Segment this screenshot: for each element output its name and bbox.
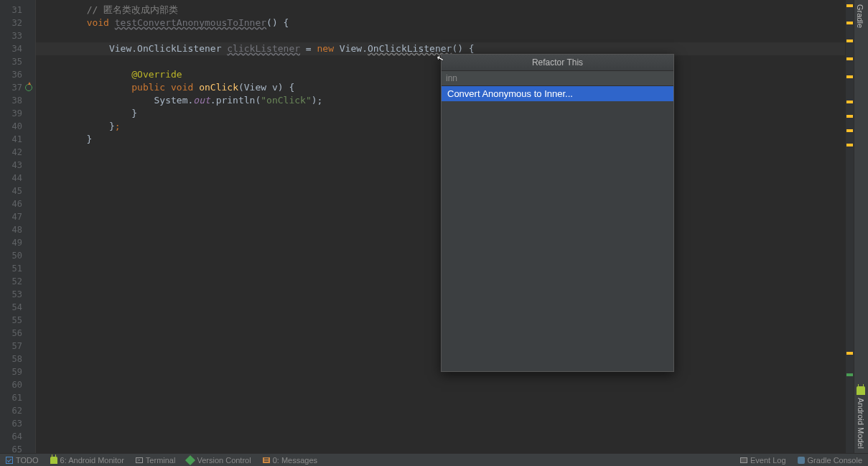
code-line[interactable]: void testConvertAnonymousToInner() {	[36, 17, 854, 29]
code-line[interactable]	[36, 391, 854, 404]
terminal-label: Terminal	[146, 456, 176, 465]
code-line[interactable]	[36, 29, 854, 42]
version-control-tool-button[interactable]: Version Control	[181, 454, 256, 466]
vcs-icon	[185, 455, 195, 465]
warning-stripe-mark[interactable]	[846, 115, 853, 118]
android-icon	[857, 386, 865, 395]
version-control-label: Version Control	[197, 456, 251, 465]
messages-tool-button[interactable]: 0: Messages	[257, 454, 323, 466]
refactor-action-item[interactable]: Convert Anonymous to Inner...	[442, 86, 673, 101]
code-line[interactable]: // 匿名类改成内部类	[36, 4, 854, 17]
warning-stripe-mark[interactable]	[846, 4, 853, 7]
code-line[interactable]	[36, 430, 854, 443]
editor-area: 3132333435363738394041424344454647484950…	[0, 0, 854, 453]
android-monitor-label: 6: Android Monitor	[60, 456, 124, 465]
android-model-label: Android Model	[857, 398, 865, 449]
android-model-tool-tab[interactable]: Android Model	[854, 385, 868, 450]
popup-title: Refactor This	[442, 55, 673, 71]
terminal-tool-button[interactable]: Terminal	[130, 454, 182, 466]
popup-list[interactable]: Convert Anonymous to Inner...	[442, 86, 673, 371]
warning-stripe-mark[interactable]	[846, 39, 853, 42]
terminal-icon	[136, 457, 143, 463]
code-line[interactable]	[36, 404, 854, 417]
error-stripe[interactable]	[845, 0, 854, 453]
code-line[interactable]	[36, 378, 854, 391]
warning-stripe-mark[interactable]	[846, 75, 853, 78]
gradle-console-label: Gradle Console	[808, 456, 862, 465]
messages-icon	[263, 457, 270, 463]
messages-label: 0: Messages	[273, 456, 317, 465]
todo-label: TODO	[16, 456, 39, 465]
event-log-label: Event Log	[750, 456, 786, 465]
warning-stripe-mark[interactable]	[846, 144, 853, 146]
line-number-gutter[interactable]: 3132333435363738394041424344454647484950…	[0, 0, 36, 453]
warning-stripe-mark[interactable]	[846, 57, 853, 60]
event-log-tool-button[interactable]: Event Log	[734, 454, 792, 466]
android-icon	[50, 457, 57, 464]
warning-stripe-mark[interactable]	[846, 101, 853, 103]
warning-stripe-mark[interactable]	[846, 22, 853, 24]
popup-speed-search[interactable]: inn	[442, 71, 673, 86]
gradle-console-tool-button[interactable]: Gradle Console	[792, 454, 868, 466]
android-monitor-tool-button[interactable]: 6: Android Monitor	[45, 454, 130, 466]
warning-stripe-mark[interactable]	[846, 129, 853, 132]
todo-icon	[6, 457, 13, 464]
refactor-this-popup: Refactor This inn Convert Anonymous to I…	[441, 54, 674, 372]
gradle-icon	[798, 457, 805, 464]
event-log-icon	[740, 457, 747, 463]
gradle-tool-tab[interactable]: Gradle	[854, 0, 866, 32]
ok-stripe-mark[interactable]	[846, 373, 853, 376]
todo-tool-button[interactable]: TODO	[0, 454, 45, 466]
warning-stripe-mark[interactable]	[846, 352, 853, 355]
override-gutter-icon[interactable]	[25, 84, 32, 91]
status-bar: TODO 6: Android Monitor Terminal Version…	[0, 453, 868, 466]
code-line[interactable]	[36, 417, 854, 430]
